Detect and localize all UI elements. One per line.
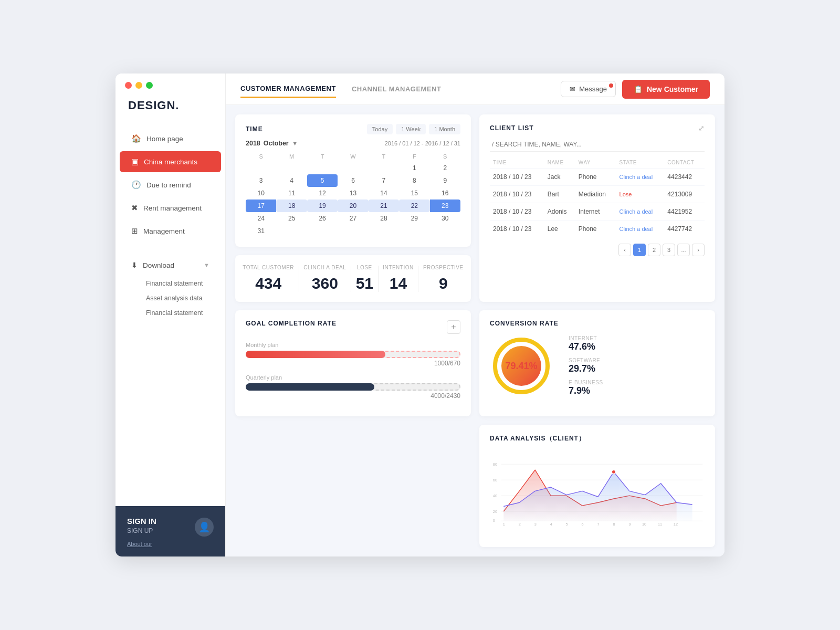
svg-text:20: 20	[493, 509, 497, 514]
today-button[interactable]: Today	[367, 124, 393, 134]
content-grid: TIME Today 1 Week 1 Month 2018 October ▼…	[226, 105, 724, 556]
calendar-day[interactable]	[338, 162, 368, 174]
calendar-day[interactable]: 28	[369, 212, 399, 225]
expand-icon[interactable]: ⤢	[698, 124, 705, 132]
calendar-day[interactable]: 7	[369, 174, 399, 187]
calendar-day[interactable]: 8	[399, 174, 429, 187]
stat-prospective: PROSPECTIVE 9	[423, 265, 464, 292]
page-prev[interactable]: ‹	[618, 244, 631, 256]
nav-china-merchants[interactable]: ▣ China merchants	[120, 151, 221, 172]
nav-rent-management[interactable]: ✖ Rent management	[120, 197, 221, 218]
maximize-dot[interactable]	[146, 82, 153, 89]
table-row[interactable]: 2018 / 10 / 23JackPhoneClinch a deal4423…	[490, 169, 705, 186]
1month-button[interactable]: 1 Month	[429, 124, 460, 134]
calendar-day[interactable]: 16	[430, 187, 460, 200]
page-1[interactable]: 1	[633, 244, 646, 256]
calendar-day[interactable]: 22	[399, 200, 429, 212]
goal-quarterly-value: 4000/2430	[246, 392, 460, 400]
calendar-day[interactable]: 13	[338, 187, 368, 200]
home-icon: 🏠	[131, 134, 141, 143]
calendar-day[interactable]	[369, 162, 399, 174]
stat-clinch-a-deal: CLINCH A DEAL 360	[303, 265, 346, 292]
calendar-day[interactable]: 3	[246, 174, 276, 187]
calendar-day[interactable]: 30	[430, 212, 460, 225]
stat-divider-1	[299, 266, 299, 292]
notification-dot	[609, 83, 613, 88]
new-customer-button[interactable]: 📋 New Customer	[622, 80, 710, 99]
calendar-day[interactable]: 24	[246, 212, 276, 225]
calendar-day[interactable]: 2	[430, 162, 460, 174]
nav-home[interactable]: 🏠 Home page	[120, 128, 221, 149]
calendar-day[interactable]: 29	[399, 212, 429, 225]
calendar-day[interactable]	[307, 162, 338, 174]
calendar-day[interactable]: 4	[276, 174, 307, 187]
1week-button[interactable]: 1 Week	[396, 124, 426, 134]
calendar-day[interactable]: 12	[307, 187, 338, 200]
sub-financial-statement-1[interactable]: Financial statement	[141, 276, 225, 291]
cell-way: Internet	[575, 203, 616, 220]
calendar-day[interactable]: 18	[276, 200, 307, 212]
cell-state: Clinch a deal	[616, 169, 665, 186]
page-next[interactable]: ›	[692, 244, 705, 256]
nav-due-to-remind[interactable]: 🕐 Due to remind	[120, 174, 221, 195]
conversion-legend: INTERNET 47.6% SOFTWARE 29.7% E-BUSINESS…	[569, 335, 603, 396]
calendar-day[interactable]	[276, 225, 307, 237]
download-section: ⬇ Download ▼ Financial statement Asset a…	[116, 254, 225, 320]
goal-monthly-dashed	[385, 351, 460, 358]
close-dot[interactable]	[125, 82, 132, 89]
calendar-day[interactable]: 21	[369, 200, 399, 212]
calendar-day[interactable]: 1	[399, 162, 429, 174]
calendar-day[interactable]	[399, 225, 429, 237]
goal-add-button[interactable]: +	[447, 320, 460, 334]
stat-clinch-value: 360	[303, 275, 346, 292]
calendar-day[interactable]	[369, 225, 399, 237]
goal-monthly-label: Monthly plan	[246, 342, 460, 348]
calendar-arrow-icon[interactable]: ▼	[292, 140, 298, 147]
sub-asset-analysis[interactable]: Asset analysis data	[141, 291, 225, 306]
tab-channel-management[interactable]: CHANNEL MANAGEMENT	[352, 81, 442, 97]
calendar-day[interactable]: 25	[276, 212, 307, 225]
calendar-day[interactable]	[430, 225, 460, 237]
sub-financial-statement-2[interactable]: Financial statement	[141, 306, 225, 320]
minimize-dot[interactable]	[135, 82, 142, 89]
calendar-day[interactable]: 10	[246, 187, 276, 200]
calendar-day[interactable]: 17	[246, 200, 276, 212]
table-row[interactable]: 2018 / 10 / 23BartMediationLose4213009	[490, 186, 705, 203]
calendar-day[interactable]: 19	[307, 200, 338, 212]
nav-management[interactable]: ⊞ Management	[120, 220, 221, 242]
calendar-day[interactable]: 11	[276, 187, 307, 200]
client-search-input[interactable]	[490, 138, 705, 152]
message-button[interactable]: ✉ Message	[561, 81, 616, 97]
calendar-day[interactable]	[307, 225, 338, 237]
page-2[interactable]: 2	[648, 244, 660, 256]
stat-intention-label: INTENTION	[383, 265, 413, 270]
calendar-day[interactable]	[246, 162, 276, 174]
calendar-day[interactable]: 6	[338, 174, 368, 187]
calendar-day[interactable]: 15	[399, 187, 429, 200]
download-header[interactable]: ⬇ Download ▼	[120, 255, 221, 275]
calendar-day[interactable]: 27	[338, 212, 368, 225]
calendar-day[interactable]	[338, 225, 368, 237]
calendar-day[interactable]: 20	[338, 200, 368, 212]
china-merchants-icon: ▣	[131, 157, 139, 166]
calendar-day[interactable]: 26	[307, 212, 338, 225]
about-our-link[interactable]: About our	[127, 541, 214, 547]
donut-value-label: 79.41%	[505, 361, 537, 372]
calendar-day[interactable]: 9	[430, 174, 460, 187]
calendar-day[interactable]: 31	[246, 225, 276, 237]
table-row[interactable]: 2018 / 10 / 23AdonisInternetClinch a dea…	[490, 203, 705, 220]
legend-internet-label: INTERNET	[569, 335, 603, 341]
cell-state: Lose	[616, 186, 665, 203]
calendar-day[interactable]	[276, 162, 307, 174]
stat-lose-label: LOSE	[356, 265, 373, 270]
calendar-day[interactable]: 5	[307, 174, 338, 187]
donut-chart: 79.41%	[490, 334, 553, 397]
calendar-day[interactable]: 14	[369, 187, 399, 200]
tab-customer-management[interactable]: CUSTOMER MANAGEMENT	[240, 80, 336, 98]
calendar-day[interactable]: 23	[430, 200, 460, 212]
stat-intention: INTENTION 14	[383, 265, 413, 292]
table-row[interactable]: 2018 / 10 / 23LeePhoneClinch a deal44277…	[490, 220, 705, 238]
cal-header-f: F	[399, 151, 429, 162]
page-3[interactable]: 3	[663, 244, 675, 256]
cal-header-t2: T	[369, 151, 399, 162]
